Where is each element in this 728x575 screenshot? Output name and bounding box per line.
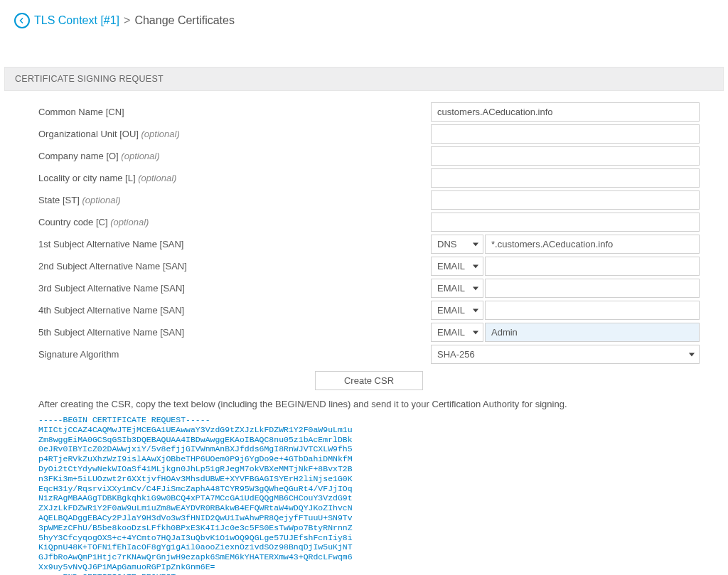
create-csr-button[interactable]: Create CSR xyxy=(315,371,423,390)
san3-type-select[interactable]: EMAIL xyxy=(431,279,483,298)
breadcrumb-current: Change Certificates xyxy=(134,14,235,27)
label-san5: 5th Subject Alternative Name [SAN] xyxy=(38,323,431,341)
breadcrumb-sep: > xyxy=(124,14,130,27)
form-area: Common Name [CN] Organizational Unit [OU… xyxy=(4,91,724,575)
breadcrumb: TLS Context [#1] > Change Certificates xyxy=(0,0,728,38)
label-san3: 3rd Subject Alternative Name [SAN] xyxy=(38,279,431,297)
san1-type-select[interactable]: DNS xyxy=(431,235,483,254)
csr-section: CERTIFICATE SIGNING REQUEST Common Name … xyxy=(4,67,724,575)
chevron-down-icon xyxy=(473,331,478,334)
breadcrumb-link[interactable]: TLS Context [#1] xyxy=(34,14,119,27)
o-input[interactable] xyxy=(431,146,700,166)
label-san1: 1st Subject Alternative Name [SAN] xyxy=(38,235,431,253)
label-ou: Organizational Unit [OU] (optional) xyxy=(38,125,431,143)
cn-input[interactable] xyxy=(431,102,700,122)
label-st: State [ST] (optional) xyxy=(38,191,431,209)
chevron-down-icon xyxy=(473,264,478,268)
c-input[interactable] xyxy=(431,213,700,232)
label-san2: 2nd Subject Alternative Name [SAN] xyxy=(38,257,431,275)
san2-value-input[interactable] xyxy=(485,257,700,276)
sigalg-select[interactable]: SHA-256 xyxy=(431,345,700,364)
chevron-down-icon xyxy=(473,242,478,246)
l-input[interactable] xyxy=(431,168,700,188)
san4-type-select[interactable]: EMAIL xyxy=(431,301,483,320)
chevron-down-icon xyxy=(689,353,695,356)
section-title: CERTIFICATE SIGNING REQUEST xyxy=(4,67,724,91)
san3-value-input[interactable] xyxy=(485,279,700,298)
chevron-down-icon xyxy=(473,308,478,312)
san4-value-input[interactable] xyxy=(485,301,700,320)
chevron-down-icon xyxy=(473,286,478,290)
csr-output: -----BEGIN CERTIFICATE REQUEST----- MIIC… xyxy=(38,415,700,575)
st-input[interactable] xyxy=(431,190,700,210)
san5-value-input[interactable] xyxy=(485,323,700,342)
ou-input[interactable] xyxy=(431,124,700,144)
san5-type-select[interactable]: EMAIL xyxy=(431,323,483,342)
san1-value-input[interactable] xyxy=(485,235,700,254)
san2-type-select[interactable]: EMAIL xyxy=(431,257,483,276)
label-o: Company name [O] (optional) xyxy=(38,147,431,165)
label-san4: 4th Subject Alternative Name [SAN] xyxy=(38,301,431,319)
label-c: Country code [C] (optional) xyxy=(38,213,431,231)
label-l: Locality or city name [L] (optional) xyxy=(38,169,431,187)
label-cn: Common Name [CN] xyxy=(38,103,431,121)
label-sigalg: Signature Algorithm xyxy=(38,345,431,363)
helper-text: After creating the CSR, copy the text be… xyxy=(38,399,700,409)
back-icon[interactable] xyxy=(14,13,30,28)
